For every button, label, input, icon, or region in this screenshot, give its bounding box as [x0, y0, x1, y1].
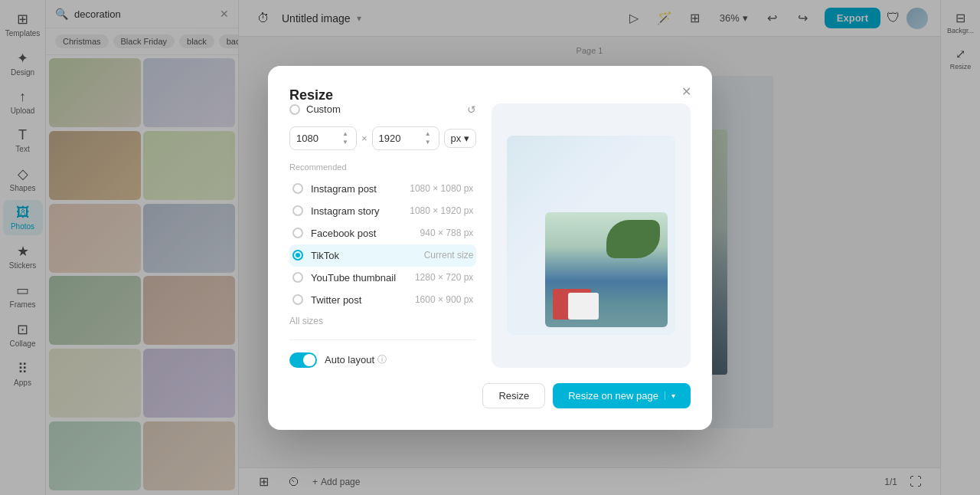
modal-close-button[interactable]: ✕ — [675, 81, 697, 103]
resize-new-chevron-icon[interactable]: ▾ — [665, 392, 675, 400]
auto-layout-toggle[interactable] — [289, 352, 317, 368]
info-icon[interactable]: ⓘ — [377, 353, 387, 366]
preset-size: 1600 × 900 px — [415, 294, 473, 305]
preset-radio-twitter[interactable] — [292, 294, 303, 305]
height-decrement-button[interactable]: ▼ — [423, 139, 433, 146]
custom-radio[interactable] — [289, 104, 300, 115]
width-decrement-button[interactable]: ▼ — [341, 139, 350, 146]
preset-name: Twitter post — [311, 294, 407, 306]
resize-modal: Resize ✕ Custom ↺ ▲ — [268, 66, 712, 430]
refresh-icon[interactable]: ↺ — [467, 103, 476, 116]
preset-name: Facebook post — [311, 228, 413, 239]
preset-twitter-post[interactable]: Twitter post 1600 × 900 px — [289, 289, 476, 311]
resize-button[interactable]: Resize — [482, 383, 545, 408]
modal-footer: Resize Resize on new page ▾ — [289, 383, 691, 408]
unit-value: px — [451, 133, 462, 144]
preset-size: 1080 × 1080 px — [410, 183, 473, 194]
preset-radio-facebook-post[interactable] — [292, 228, 303, 238]
preset-name: Instagram story — [311, 205, 402, 217]
section-recommended-label: Recommended — [289, 162, 476, 172]
height-stepper: ▲ ▼ — [423, 130, 433, 146]
resize-on-new-label: Resize on new page — [568, 390, 658, 402]
preset-tiktok[interactable]: TikTok Current size — [289, 244, 476, 267]
size-inputs: ▲ ▼ × ▲ ▼ px ▾ — [289, 126, 476, 150]
modal-preview — [492, 103, 691, 368]
preset-name: YouTube thumbnail — [311, 272, 407, 284]
custom-row: Custom ↺ — [289, 103, 476, 116]
preset-radio-instagram-post[interactable] — [292, 183, 303, 194]
preset-instagram-post[interactable]: Instagram post 1080 × 1080 px — [289, 178, 476, 200]
pine-decoration — [606, 220, 660, 258]
preset-instagram-story[interactable]: Instagram story 1080 × 1920 px — [289, 200, 476, 222]
auto-layout-row: Auto layout ⓘ — [289, 339, 476, 368]
width-increment-button[interactable]: ▲ — [341, 130, 350, 138]
preset-name: Instagram post — [311, 183, 402, 195]
height-increment-button[interactable]: ▲ — [423, 130, 433, 138]
size-separator: × — [361, 133, 368, 144]
preview-image — [507, 136, 675, 335]
resize-on-new-page-button[interactable]: Resize on new page ▾ — [553, 383, 691, 408]
auto-layout-label: Auto layout ⓘ — [325, 353, 387, 366]
preset-current-label: Current size — [424, 250, 474, 261]
custom-label: Custom — [306, 103, 341, 115]
modal-body: Custom ↺ ▲ ▼ × — [289, 103, 691, 368]
preset-name: TikTok — [311, 250, 416, 261]
preset-radio-tiktok[interactable] — [292, 250, 303, 261]
preset-radio-instagram-story[interactable] — [292, 205, 303, 216]
unit-select[interactable]: px ▾ — [444, 129, 477, 148]
gift-white — [568, 293, 599, 320]
preset-size: 1280 × 720 px — [415, 272, 473, 283]
modal-left: Custom ↺ ▲ ▼ × — [289, 103, 476, 368]
unit-chevron-icon: ▾ — [464, 133, 469, 144]
custom-radio-label[interactable]: Custom — [289, 103, 341, 115]
width-input-wrap: ▲ ▼ — [289, 126, 357, 150]
preset-youtube-thumbnail[interactable]: YouTube thumbnail 1280 × 720 px — [289, 267, 476, 289]
preset-radio-youtube[interactable] — [292, 272, 303, 283]
width-input[interactable] — [296, 133, 338, 144]
width-stepper: ▲ ▼ — [341, 130, 350, 146]
preset-size: 940 × 788 px — [420, 228, 474, 238]
preview-xmas — [545, 212, 668, 327]
preview-bg — [507, 136, 675, 335]
height-input-wrap: ▲ ▼ — [372, 126, 439, 150]
preset-size: 1080 × 1920 px — [410, 205, 473, 216]
modal-title: Resize — [289, 87, 333, 103]
all-sizes-link[interactable]: All sizes — [289, 316, 323, 326]
height-input[interactable] — [379, 133, 420, 144]
modal-overlay[interactable]: Resize ✕ Custom ↺ ▲ — [0, 0, 980, 495]
toggle-knob — [303, 354, 315, 366]
preset-facebook-post[interactable]: Facebook post 940 × 788 px — [289, 222, 476, 244]
